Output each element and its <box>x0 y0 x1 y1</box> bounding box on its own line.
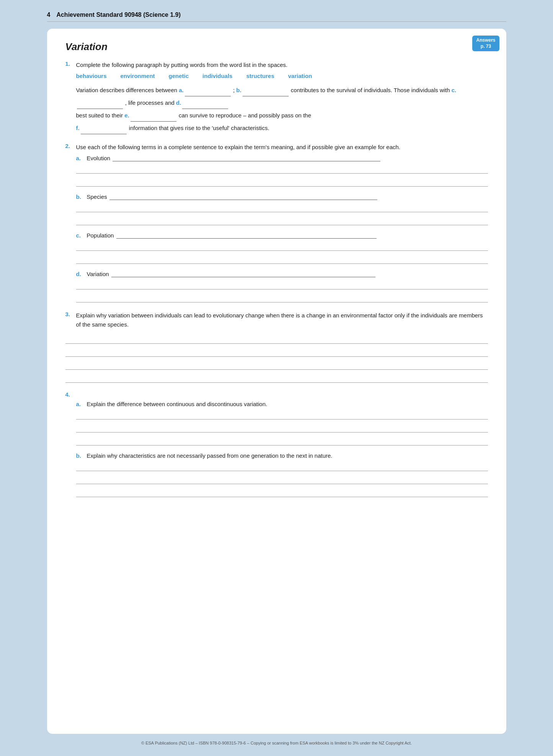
q2b-lines <box>76 202 488 225</box>
q2c-line2[interactable] <box>76 253 488 264</box>
q2d-term: Variation <box>87 271 488 277</box>
q2b-line2[interactable] <box>76 215 488 225</box>
q2-number: 2. <box>65 143 76 149</box>
q2-sub-a: a. Evolution <box>76 155 488 187</box>
blank-c[interactable] <box>77 109 123 109</box>
q2d-lines <box>76 279 488 302</box>
footer-text: © ESA Publications (NZ) Ltd – ISBN 978-0… <box>141 741 412 745</box>
q4b-row: b. Explain why characteristics are not n… <box>76 452 488 459</box>
q2c-label: c. <box>76 232 87 239</box>
question-3: 3. Explain why variation between individ… <box>65 311 488 383</box>
page-title: Achievement Standard 90948 (Science 1.9) <box>56 11 181 18</box>
page-header: 4 Achievement Standard 90948 (Science 1.… <box>47 8 506 22</box>
para-intro: Variation describes differences between <box>76 87 179 93</box>
q4a-row: a. Explain the difference between contin… <box>76 401 488 407</box>
q2c-lines <box>76 240 488 264</box>
q2d-row: d. Variation <box>76 271 488 277</box>
q2-sub-c: c. Population <box>76 232 488 264</box>
q2b-label: b. <box>76 193 87 200</box>
q4-number: 4. <box>65 391 76 398</box>
question-2: 2. Use each of the following terms in a … <box>65 143 488 302</box>
section-title: Variation <box>65 41 488 53</box>
word-environment: environment <box>121 73 155 79</box>
q2c-term: Population <box>87 232 488 239</box>
q2d-line2[interactable] <box>76 292 488 302</box>
q2d-blank[interactable] <box>111 277 375 277</box>
q2c-row: c. Population <box>76 232 488 239</box>
q4a-label: a. <box>76 401 87 407</box>
q2-sub-b: b. Species <box>76 193 488 225</box>
word-genetic: genetic <box>169 73 189 79</box>
q2-sub-d: d. Variation <box>76 271 488 302</box>
q3-row: 3. Explain why variation between individ… <box>65 311 488 329</box>
q2-instruction: Use each of the following terms in a com… <box>76 143 488 152</box>
q4b-lines <box>76 460 488 497</box>
blank-d[interactable] <box>182 109 228 109</box>
q2a-label: a. <box>76 155 87 161</box>
q2b-blank[interactable] <box>109 200 377 200</box>
q4-sub-a: a. Explain the difference between contin… <box>76 401 488 445</box>
q4a-text: Explain the difference between continuou… <box>87 401 488 407</box>
q2d-label: d. <box>76 271 87 277</box>
q1-instruction: Complete the following paragraph by putt… <box>76 60 488 70</box>
q2c-blank[interactable] <box>116 238 377 239</box>
q4a-line2[interactable] <box>76 422 488 432</box>
q2b-row: b. Species <box>76 193 488 200</box>
q3-answer-lines <box>65 333 488 383</box>
q2b-line1[interactable] <box>76 202 488 212</box>
question-1: 1. Complete the following paragraph by p… <box>65 60 488 134</box>
main-card: Answers p. 73 Variation 1. Complete the … <box>47 29 506 734</box>
answers-badge: Answers p. 73 <box>472 36 499 51</box>
q2a-row: a. Evolution <box>76 155 488 161</box>
q3-line4[interactable] <box>65 372 488 383</box>
q4-sub-b: b. Explain why characteristics are not n… <box>76 452 488 497</box>
q3-number: 3. <box>65 311 76 317</box>
q4b-line2[interactable] <box>76 473 488 484</box>
q2b-term: Species <box>87 193 488 200</box>
q4b-label: b. <box>76 452 87 459</box>
blank-b[interactable] <box>243 96 289 96</box>
q3-line1[interactable] <box>65 333 488 344</box>
word-variation: variation <box>288 73 312 79</box>
q2c-line1[interactable] <box>76 240 488 251</box>
page-number: 4 <box>47 11 51 18</box>
q3-line2[interactable] <box>65 346 488 357</box>
blank-f[interactable] <box>81 134 127 134</box>
q4a-lines <box>76 409 488 445</box>
q4-row: 4. <box>65 391 488 398</box>
q4a-line3[interactable] <box>76 435 488 445</box>
q2a-term: Evolution <box>87 155 488 161</box>
q2d-line1[interactable] <box>76 279 488 289</box>
q1-row: 1. Complete the following paragraph by p… <box>65 60 488 70</box>
page-footer: © ESA Publications (NZ) Ltd – ISBN 978-0… <box>47 741 506 748</box>
q4b-line1[interactable] <box>76 460 488 471</box>
q2a-blank[interactable] <box>113 161 380 161</box>
word-structures: structures <box>246 73 274 79</box>
q2a-lines <box>76 163 488 187</box>
word-individuals: individuals <box>202 73 232 79</box>
q4b-line3[interactable] <box>76 486 488 497</box>
blank-e[interactable] <box>131 121 176 122</box>
word-behaviours: behaviours <box>76 73 107 79</box>
answers-line1: Answers <box>476 37 495 43</box>
word-list: behaviours environment genetic individua… <box>76 73 488 79</box>
q4a-line1[interactable] <box>76 409 488 419</box>
q3-line3[interactable] <box>65 359 488 370</box>
q2a-line2[interactable] <box>76 176 488 187</box>
q2-row: 2. Use each of the following terms in a … <box>65 143 488 152</box>
question-4: 4. a. Explain the difference between con… <box>65 391 488 497</box>
answers-line2: p. 73 <box>481 44 491 49</box>
q1-number: 1. <box>65 60 76 67</box>
q2a-line1[interactable] <box>76 163 488 174</box>
fill-paragraph: Variation describes differences between … <box>76 84 488 134</box>
q4b-text: Explain why characteristics are not nece… <box>87 452 488 459</box>
q3-text: Explain why variation between individual… <box>76 311 488 329</box>
blank-a[interactable] <box>185 96 231 96</box>
